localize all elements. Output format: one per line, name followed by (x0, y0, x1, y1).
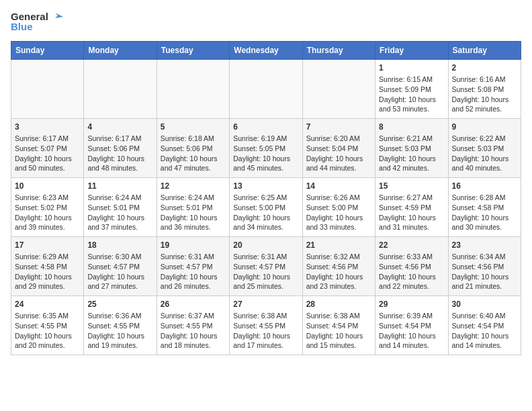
page-header: General Blue (11, 11, 521, 33)
day-info: Sunrise: 6:18 AM (161, 134, 226, 144)
weekday-header: Sunday (11, 41, 84, 59)
day-info: Daylight: 10 hours and 44 minutes. (306, 154, 371, 173)
day-info: Sunset: 4:54 PM (379, 321, 444, 331)
day-info: Sunrise: 6:39 AM (379, 311, 444, 321)
day-number: 29 (379, 299, 444, 310)
calendar-cell: 11Sunrise: 6:24 AMSunset: 5:01 PMDayligh… (84, 177, 157, 236)
day-info: Daylight: 10 hours and 39 minutes. (15, 213, 80, 232)
calendar-cell (230, 59, 302, 118)
logo: General Blue (11, 11, 64, 33)
calendar-week: 24Sunrise: 6:35 AMSunset: 4:55 PMDayligh… (11, 295, 521, 355)
weekday-header: Tuesday (157, 41, 229, 59)
day-info: Sunrise: 6:28 AM (452, 193, 517, 203)
calendar-cell: 18Sunrise: 6:30 AMSunset: 4:57 PMDayligh… (84, 236, 157, 295)
calendar-cell (84, 59, 157, 118)
day-info: Sunset: 5:06 PM (161, 144, 226, 154)
calendar-week: 1Sunrise: 6:15 AMSunset: 5:09 PMDaylight… (11, 59, 521, 118)
day-info: Daylight: 10 hours and 37 minutes. (87, 213, 152, 232)
day-info: Daylight: 10 hours and 45 minutes. (233, 154, 298, 173)
day-number: 6 (233, 122, 298, 133)
day-info: Sunset: 4:58 PM (452, 203, 517, 213)
day-info: Daylight: 10 hours and 42 minutes. (379, 154, 444, 173)
weekday-header: Saturday (448, 41, 521, 59)
day-info: Sunrise: 6:35 AM (15, 311, 80, 321)
day-number: 13 (233, 181, 298, 192)
day-info: Sunset: 5:00 PM (233, 203, 298, 213)
calendar-cell: 1Sunrise: 6:15 AMSunset: 5:09 PMDaylight… (375, 59, 448, 118)
calendar-cell: 4Sunrise: 6:17 AMSunset: 5:06 PMDaylight… (84, 118, 157, 177)
logo-bird-icon (50, 11, 64, 22)
weekday-header: Friday (375, 41, 448, 59)
day-info: Sunset: 5:01 PM (161, 203, 226, 213)
calendar-header: SundayMondayTuesdayWednesdayThursdayFrid… (11, 41, 521, 59)
calendar-cell: 9Sunrise: 6:22 AMSunset: 5:03 PMDaylight… (448, 118, 521, 177)
day-info: Daylight: 10 hours and 20 minutes. (15, 331, 80, 351)
day-info: Daylight: 10 hours and 29 minutes. (15, 272, 80, 291)
day-info: Sunrise: 6:25 AM (233, 193, 298, 203)
day-info: Daylight: 10 hours and 40 minutes. (452, 154, 517, 173)
day-info: Daylight: 10 hours and 30 minutes. (452, 213, 517, 232)
calendar-cell: 13Sunrise: 6:25 AMSunset: 5:00 PMDayligh… (230, 177, 302, 236)
day-info: Sunset: 4:55 PM (233, 321, 298, 331)
day-number: 25 (87, 299, 152, 310)
day-info: Daylight: 10 hours and 15 minutes. (306, 331, 371, 351)
day-info: Daylight: 10 hours and 23 minutes. (306, 272, 371, 291)
day-info: Sunset: 5:08 PM (452, 85, 517, 95)
day-number: 24 (15, 299, 80, 310)
day-info: Sunrise: 6:38 AM (306, 311, 371, 321)
day-info: Sunrise: 6:40 AM (452, 311, 517, 321)
calendar-cell: 28Sunrise: 6:38 AMSunset: 4:54 PMDayligh… (302, 295, 375, 355)
day-info: Sunrise: 6:27 AM (379, 193, 444, 203)
day-info: Daylight: 10 hours and 18 minutes. (161, 331, 226, 351)
day-number: 18 (87, 240, 152, 251)
calendar-cell: 8Sunrise: 6:21 AMSunset: 5:03 PMDaylight… (375, 118, 448, 177)
calendar-cell: 23Sunrise: 6:34 AMSunset: 4:56 PMDayligh… (448, 236, 521, 295)
day-info: Daylight: 10 hours and 33 minutes. (306, 213, 371, 232)
calendar-cell: 19Sunrise: 6:31 AMSunset: 4:57 PMDayligh… (157, 236, 229, 295)
calendar-cell: 10Sunrise: 6:23 AMSunset: 5:02 PMDayligh… (11, 177, 84, 236)
day-info: Daylight: 10 hours and 48 minutes. (87, 154, 152, 173)
calendar-cell: 30Sunrise: 6:40 AMSunset: 4:54 PMDayligh… (448, 295, 521, 355)
weekday-header: Monday (84, 41, 157, 59)
calendar-cell (157, 59, 229, 118)
weekday-header: Wednesday (230, 41, 302, 59)
calendar-cell: 25Sunrise: 6:36 AMSunset: 4:55 PMDayligh… (84, 295, 157, 355)
day-info: Sunset: 5:04 PM (306, 144, 371, 154)
day-number: 19 (161, 240, 226, 251)
calendar-cell (302, 59, 375, 118)
day-info: Sunset: 4:54 PM (306, 321, 371, 331)
day-info: Sunset: 5:03 PM (452, 144, 517, 154)
calendar-cell: 14Sunrise: 6:26 AMSunset: 5:00 PMDayligh… (302, 177, 375, 236)
day-info: Sunrise: 6:34 AM (452, 252, 517, 262)
day-info: Daylight: 10 hours and 21 minutes. (452, 272, 517, 291)
day-info: Sunrise: 6:26 AM (306, 193, 371, 203)
day-info: Daylight: 10 hours and 19 minutes. (87, 331, 152, 351)
calendar-cell: 16Sunrise: 6:28 AMSunset: 4:58 PMDayligh… (448, 177, 521, 236)
calendar-cell: 20Sunrise: 6:31 AMSunset: 4:57 PMDayligh… (230, 236, 302, 295)
day-info: Sunset: 4:54 PM (452, 321, 517, 331)
day-info: Sunset: 5:01 PM (87, 203, 152, 213)
day-number: 10 (15, 181, 80, 192)
svg-marker-0 (55, 13, 63, 18)
day-info: Daylight: 10 hours and 25 minutes. (233, 272, 298, 291)
day-number: 27 (233, 299, 298, 310)
day-info: Sunrise: 6:22 AM (452, 134, 517, 144)
day-info: Daylight: 10 hours and 26 minutes. (161, 272, 226, 291)
calendar-week: 3Sunrise: 6:17 AMSunset: 5:07 PMDaylight… (11, 118, 521, 177)
day-number: 2 (452, 62, 517, 74)
day-info: Daylight: 10 hours and 34 minutes. (233, 213, 298, 232)
calendar-week: 10Sunrise: 6:23 AMSunset: 5:02 PMDayligh… (11, 177, 521, 236)
calendar-cell: 3Sunrise: 6:17 AMSunset: 5:07 PMDaylight… (11, 118, 84, 177)
day-info: Sunrise: 6:17 AM (15, 134, 80, 144)
day-number: 8 (379, 122, 444, 133)
day-number: 22 (379, 240, 444, 251)
day-info: Daylight: 10 hours and 52 minutes. (452, 95, 517, 114)
calendar-week: 17Sunrise: 6:29 AMSunset: 4:58 PMDayligh… (11, 236, 521, 295)
day-info: Sunset: 4:56 PM (306, 262, 371, 272)
day-info: Sunset: 5:07 PM (15, 144, 80, 154)
calendar-body: 1Sunrise: 6:15 AMSunset: 5:09 PMDaylight… (11, 59, 521, 355)
calendar-cell: 2Sunrise: 6:16 AMSunset: 5:08 PMDaylight… (448, 59, 521, 118)
calendar-table: SundayMondayTuesdayWednesdayThursdayFrid… (11, 41, 521, 355)
calendar-cell: 17Sunrise: 6:29 AMSunset: 4:58 PMDayligh… (11, 236, 84, 295)
day-number: 21 (306, 240, 371, 251)
